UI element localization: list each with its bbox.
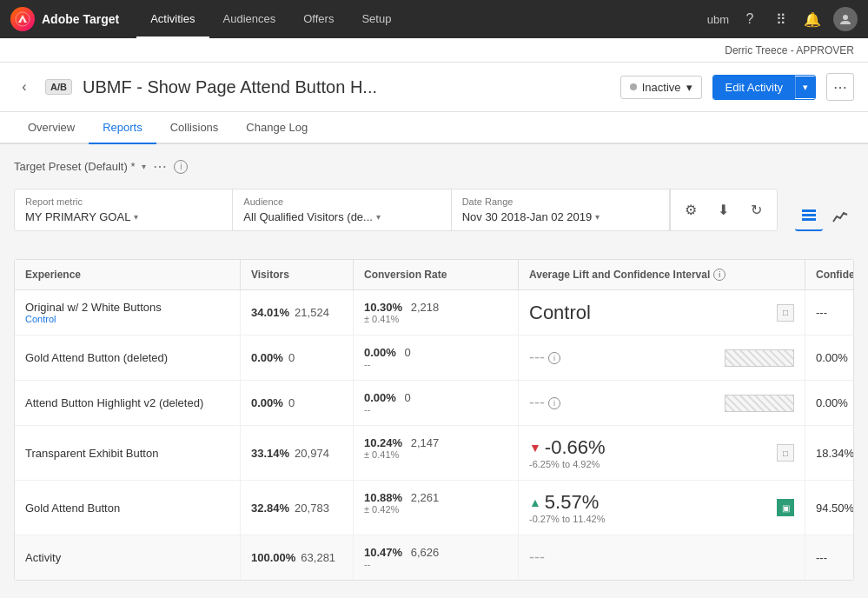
preset-more-icon[interactable]: ⋯ [153,158,167,175]
preset-info-icon[interactable]: i [174,160,188,174]
lift-value-1: --- [529,349,545,367]
visitors-num-5: 63,281 [301,551,335,564]
td-lift-3: ▼ -0.66% -6.25% to 4.92% □ [519,426,805,480]
td-confidence-4: 94.50% [805,481,854,535]
td-visitors-5: 100.00% 63,281 [241,535,354,580]
lift-chart-icon-4[interactable]: ▣ [777,499,794,516]
report-metric-filter[interactable]: Report metric MY PRIMARY GOAL ▾ [15,189,233,230]
conv-rate-1: 0.00% [364,346,396,359]
table-row: Transparent Exhibit Button 33.14% 20,974… [15,426,853,481]
table-row: Attend Button Highlight v2 (deleted) 0.0… [15,381,853,426]
status-caret: ▾ [686,81,692,94]
nav-username: ubm [707,13,729,26]
conv-sub-3: ± 0.41% [364,449,399,460]
td-lift-2: --- i [519,381,805,425]
td-lift-5: --- [519,535,805,580]
audience-filter[interactable]: Audience All Qualified Visitors (de... ▾ [233,189,451,230]
app-logo: Adobe Target [10,7,119,31]
td-visitors-4: 32.84% 20,783 [241,481,354,535]
settings-icon[interactable]: ⚙ [678,197,704,223]
svg-rect-3 [802,214,816,216]
date-range-label: Date Range [462,196,659,207]
td-experience-3: Transparent Exhibit Button [15,426,241,480]
notifications-icon[interactable]: 🔔 [802,9,823,30]
td-lift-1: --- i [519,336,805,380]
td-confidence-1: 0.00% [805,336,854,380]
user-bar-text: Derric Treece - APPROVER [725,44,854,56]
conv-sub-4: ± 0.42% [364,504,399,515]
th-conversion-rate: Conversion Rate [354,260,519,289]
tab-collisions[interactable]: Collisions [156,112,233,144]
td-experience-0: Original w/ 2 White Buttons Control [15,290,241,335]
lift-chart-icon-0[interactable]: □ [777,304,794,322]
visitors-pct-1: 0.00% [251,351,283,364]
td-conv-3: 10.24% 2,147 ± 0.41% [354,426,519,480]
tab-change-log[interactable]: Change Log [232,112,321,144]
conv-count-5: 6,626 [411,546,440,559]
th-avg-lift: Average Lift and Confidence Interval i [519,260,805,289]
audience-label: Audience [243,196,440,207]
td-visitors-0: 34.01% 21,524 [241,290,354,335]
td-confidence-3: 18.34% [805,426,854,480]
lift-info-icon-2[interactable]: i [548,397,560,409]
exp-name-5: Activity [25,551,61,564]
report-metric-value: MY PRIMARY GOAL ▾ [25,210,222,223]
table-row: Gold Attend Button 32.84% 20,783 10.88% … [15,481,853,535]
nav-right: ubm ? ⠿ 🔔 [707,7,858,31]
preset-caret[interactable]: ▾ [142,162,146,171]
nav-offers[interactable]: Offers [289,0,348,38]
help-icon[interactable]: ? [739,9,760,30]
td-conv-0: 10.30% 2,218 ± 0.41% [354,290,519,335]
avatar[interactable] [833,7,858,31]
conv-count-1: 0 [405,346,411,359]
exp-name-2: Attend Button Highlight v2 (deleted) [25,396,203,409]
confidence-5: --- [816,551,827,564]
user-bar: Derric Treece - APPROVER [0,38,868,63]
page-title: UBMF - Show Page Attend Button H... [83,77,610,97]
nav-setup[interactable]: Setup [348,0,405,38]
exp-name-4: Gold Attend Button [25,502,120,515]
th-visitors: Visitors [241,260,354,289]
table-header: Experience Visitors Conversion Rate Aver… [15,260,853,290]
more-options-button[interactable]: ⋯ [826,73,854,101]
download-icon[interactable]: ⬇ [711,197,737,223]
visitors-num-1: 0 [288,351,295,364]
visitors-num-0: 21,524 [295,306,329,319]
visitors-num-3: 20,974 [295,447,329,460]
refresh-icon[interactable]: ↻ [744,197,770,223]
td-experience-1: Gold Attend Button (deleted) [15,336,241,380]
lift-value-0: Control [529,302,591,324]
table-view-button[interactable] [795,203,823,231]
visitors-num-4: 20,783 [295,502,329,515]
date-range-filter[interactable]: Date Range Nov 30 2018-Jan 02 2019 ▾ [452,189,670,230]
apps-icon[interactable]: ⠿ [771,9,792,30]
tab-reports[interactable]: Reports [89,112,156,144]
lift-chart-icon-3[interactable]: □ [777,444,794,462]
svg-rect-2 [802,209,816,212]
nav-audiences[interactable]: Audiences [209,0,290,38]
report-metric-label: Report metric [25,196,222,207]
audience-caret: ▾ [376,212,381,222]
visitors-pct-0: 34.01% [251,306,289,319]
confidence-2: 0.00% [816,396,848,409]
exp-sub-0: Control [25,314,162,324]
visitors-num-2: 0 [288,396,295,409]
status-dropdown[interactable]: Inactive ▾ [620,76,702,99]
status-dot [630,83,637,90]
tab-overview[interactable]: Overview [14,112,89,144]
hatch-bar-2 [725,395,794,412]
status-label: Inactive [642,81,681,94]
chart-view-button[interactable] [826,203,854,231]
visitors-pct-5: 100.00% [251,551,295,564]
td-conv-5: 10.47% 6,626 -- [354,535,519,580]
back-button[interactable]: ‹ [14,76,35,97]
table-row: Gold Attend Button (deleted) 0.00% 0 0.0… [15,336,853,381]
edit-activity-caret[interactable]: ▾ [795,76,815,98]
report-table: Experience Visitors Conversion Rate Aver… [14,259,854,581]
nav-activities[interactable]: Activities [136,0,209,38]
conv-count-0: 2,218 [411,301,440,314]
lift-info-icon-1[interactable]: i [548,352,560,364]
edit-activity-main-button[interactable]: Edit Activity [713,76,795,99]
avg-lift-info-icon[interactable]: i [713,269,726,281]
th-experience: Experience [15,260,241,289]
